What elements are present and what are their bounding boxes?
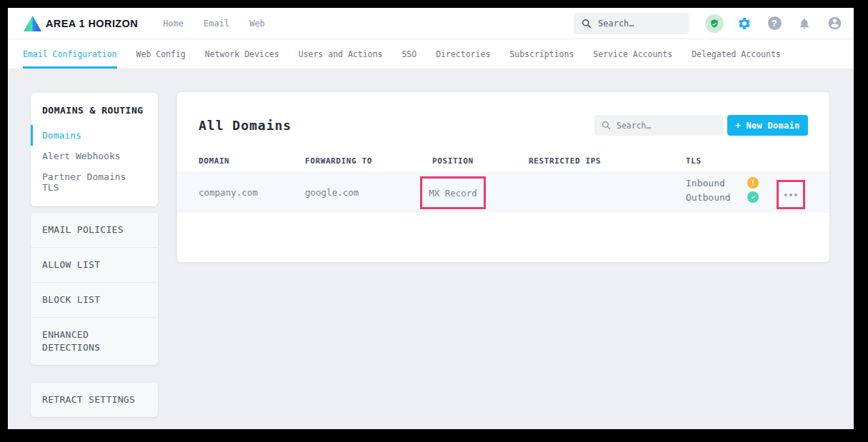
section-email-policies[interactable]: EMAIL POLICIES: [31, 213, 158, 248]
sidebar-section-title: DOMAINS & ROUTING: [31, 105, 158, 125]
tab-service-accounts[interactable]: Service Accounts: [593, 39, 672, 69]
all-domains-panel: All Domains + New Domain DOMAIN FORWARDI…: [177, 92, 829, 262]
annotation-box-actions: [777, 180, 805, 209]
user-icon: [827, 16, 842, 31]
tab-users-and-actions[interactable]: Users and Actions: [299, 39, 383, 69]
search-icon: [582, 19, 592, 29]
global-search: [574, 13, 689, 34]
primary-nav: Home Email Web: [163, 19, 265, 29]
new-domain-button[interactable]: + New Domain: [727, 115, 808, 136]
row-actions-button[interactable]: [782, 191, 800, 199]
col-forwarding-to: FORWARDING TO: [305, 156, 372, 166]
search-icon: [602, 121, 611, 130]
help-button[interactable]: ?: [765, 14, 784, 33]
col-domain: DOMAIN: [199, 156, 229, 166]
policy-sections-card: EMAIL POLICIES ALLOW LIST BLOCK LIST ENH…: [31, 213, 158, 365]
warning-icon: !: [747, 177, 759, 189]
config-tabs: Email Configuration Web Config Network D…: [8, 39, 854, 69]
security-status-button[interactable]: [705, 14, 724, 33]
sidebar-item-partner-domains-tls[interactable]: Partner Domains TLS: [31, 166, 158, 198]
check-icon: [747, 191, 759, 203]
notifications-button[interactable]: [795, 14, 814, 33]
section-allow-list[interactable]: ALLOW LIST: [31, 248, 158, 283]
bell-icon: [798, 17, 811, 30]
section-retract-settings[interactable]: RETRACT SETTINGS: [31, 383, 158, 417]
settings-button[interactable]: [735, 14, 754, 33]
brand-logo: AREA 1 HORIZON: [24, 16, 138, 31]
nav-email[interactable]: Email: [204, 19, 229, 29]
shield-check-icon: [705, 14, 724, 33]
position-cell: MX Record: [429, 188, 477, 199]
domain-cell: company.com: [199, 171, 258, 213]
app-window: AREA 1 HORIZON Home Email Web: [8, 8, 854, 429]
triangle-logo-icon: [24, 16, 41, 31]
account-button[interactable]: [825, 14, 844, 33]
help-icon: ?: [768, 16, 782, 30]
annotation-box-position: MX Record: [420, 176, 486, 209]
gear-icon: [737, 16, 752, 31]
tls-cell: Inbound ! Outbound: [686, 177, 759, 203]
global-search-input[interactable]: [598, 19, 677, 29]
sidebar-item-alert-webhooks[interactable]: Alert Webhooks: [31, 146, 158, 166]
section-block-list[interactable]: BLOCK LIST: [31, 283, 158, 318]
sidebar-item-domains[interactable]: Domains: [31, 125, 158, 146]
tab-delegated-accounts[interactable]: Delegated Accounts: [692, 39, 781, 69]
nav-web[interactable]: Web: [249, 19, 265, 29]
domains-search: [594, 115, 723, 136]
domains-search-input[interactable]: [617, 121, 709, 131]
tab-directories[interactable]: Directories: [436, 39, 490, 69]
brand-name: AREA 1 HORIZON: [46, 18, 138, 29]
tab-subscriptions[interactable]: Subscriptions: [509, 39, 574, 69]
nav-home[interactable]: Home: [163, 19, 184, 29]
tab-email-configuration[interactable]: Email Configuration: [23, 39, 117, 69]
col-tls: TLS: [686, 156, 702, 166]
retract-settings-card: RETRACT SETTINGS: [31, 383, 158, 417]
tab-sso[interactable]: SSO: [401, 39, 416, 69]
page-title: All Domains: [199, 118, 291, 133]
forwarding-to-cell: google.com: [305, 171, 359, 213]
col-restricted-ips: RESTRICTED IPS: [529, 156, 601, 166]
tab-network-devices[interactable]: Network Devices: [205, 39, 279, 69]
col-position: POSITION: [432, 156, 474, 166]
ellipsis-icon: [784, 194, 787, 196]
tls-outbound-label: Outbound: [686, 192, 747, 203]
tls-inbound-label: Inbound: [686, 178, 747, 189]
topbar-actions: ?: [574, 13, 844, 34]
domains-routing-card: DOMAINS & ROUTING Domains Alert Webhooks…: [31, 93, 158, 206]
tab-web-config[interactable]: Web Config: [136, 39, 186, 69]
table-row: company.com google.com MX Record Inbound…: [177, 171, 829, 213]
top-bar: AREA 1 HORIZON Home Email Web: [8, 8, 854, 39]
section-enhanced-detections[interactable]: ENHANCED DETECTIONS: [31, 318, 158, 365]
